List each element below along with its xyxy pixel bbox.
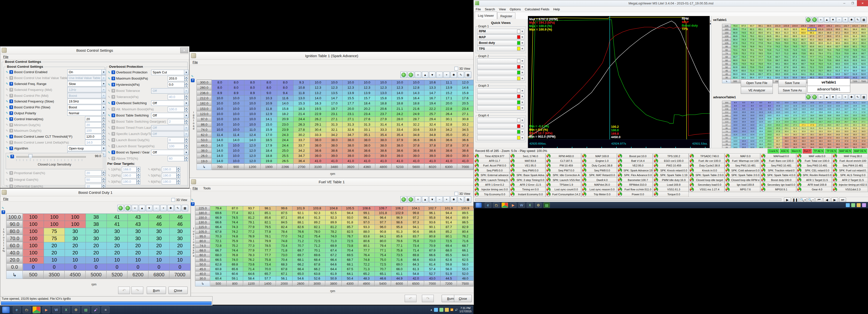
duty-cell-cell[interactable]: 75 — [44, 228, 65, 235]
ignition-cell-cell[interactable]: 10.0 — [244, 116, 261, 121]
duty-cell-cell[interactable]: 100 — [23, 256, 44, 264]
ignition-cell-axis-label[interactable]: 2266 — [277, 164, 293, 170]
ve-cell-cell[interactable]: 74.8 — [765, 48, 774, 52]
fuel-cell-cell[interactable]: 70.3 — [210, 234, 227, 239]
fuel-cell-row-label[interactable]: 105.0 — [195, 229, 210, 234]
fuel-cell-cell[interactable]: 64.1 — [342, 271, 358, 276]
duty-cell-cell[interactable]: 46 — [149, 213, 169, 221]
fuel-cell-cell[interactable]: 88.1 — [292, 220, 309, 224]
series-dropdown[interactable]: ▼ — [477, 58, 525, 64]
advance-cell-cell[interactable]: 13.9 — [851, 104, 859, 107]
shift-up-icon[interactable]: ↑ — [400, 72, 407, 78]
ve-cell-cell[interactable]: 64.6 — [748, 72, 756, 76]
chrome-icon[interactable] — [502, 203, 508, 208]
ignition-cell-cell[interactable]: 18.3 — [293, 106, 310, 111]
ignition-cell-cell[interactable]: 27.1 — [326, 116, 342, 121]
play-button[interactable]: ▶ — [784, 198, 791, 202]
chevron-down-icon[interactable]: ▼ — [520, 36, 524, 38]
ve-cell-cell[interactable]: 81.2 — [790, 38, 799, 41]
fuel-cell-cell[interactable]: 67.5 — [342, 267, 358, 271]
ve-cell-row-label[interactable]: 95 — [722, 45, 731, 48]
ignition-cell-cell[interactable]: 38.0 — [310, 143, 326, 148]
ignition-cell-row-label[interactable]: 26.0 — [197, 153, 212, 159]
advance-cell-cell[interactable]: 27.1 — [800, 124, 808, 127]
ve-cell-cell[interactable]: 79.4 — [816, 52, 825, 55]
ve-cell-cell[interactable]: 97.7 — [816, 34, 825, 38]
ignition-cell-cell[interactable]: 23.4 — [457, 106, 473, 111]
advance-cell-cell[interactable]: 8.0 — [748, 101, 756, 104]
fuel-cell-cell[interactable]: 75.8 — [259, 257, 276, 262]
advance-cell-cell[interactable]: 25.0 — [765, 143, 774, 146]
ignition-cell-cell[interactable]: 41.0 — [392, 159, 408, 164]
duty-cell-axis-label[interactable]: 6200 — [127, 271, 149, 279]
advance-cell-cell[interactable]: 10.0 — [740, 111, 748, 114]
edit-cells-icon[interactable]: ✎ — [458, 196, 464, 203]
spin-up-icon[interactable]: ▲ — [184, 76, 188, 78]
megalogviewer-icon[interactable]: ▤ — [82, 306, 90, 313]
ve-cell-cell[interactable]: 74.3 — [740, 38, 748, 41]
ve-cell-cell[interactable]: 72.1 — [731, 48, 740, 52]
ve-cell-cell[interactable]: 101.8 — [816, 28, 825, 31]
setting-select[interactable]: 19.5Hz▼ — [67, 99, 106, 104]
ve-cell-cell[interactable]: 80.0 — [816, 48, 825, 52]
volume-icon[interactable]: 🔊 — [455, 308, 458, 311]
fuel-cell-cell[interactable]: 91.8 — [342, 220, 358, 224]
ve-cell-cell[interactable]: 70.9 — [842, 52, 851, 55]
advance-cell-row-label[interactable]: 38 — [722, 143, 731, 146]
ignition-cell-cell[interactable]: 15.0 — [261, 121, 277, 127]
ve-cell-cell[interactable]: 65.6 — [740, 69, 748, 72]
fuel-cell-cell[interactable]: 72.5 — [342, 239, 358, 243]
duty-cell-cell[interactable]: 30 — [106, 228, 127, 235]
ignition-cell-cell[interactable]: 26.4 — [441, 111, 457, 116]
ve-cell-cell[interactable]: 109.7 — [816, 24, 825, 28]
fuel-cell-axis-label[interactable]: 3800 — [325, 281, 342, 286]
ignition-cell-cell[interactable]: 33.2 — [457, 121, 473, 127]
ve-cell-cell[interactable]: 65.1 — [816, 72, 825, 76]
field-cell[interactable]: Batt V:14.4 — [617, 158, 653, 163]
duty-cell-cell[interactable]: 20 — [169, 242, 190, 249]
advance-cell-cell[interactable]: 28.0 — [825, 124, 834, 127]
setting-select[interactable]: On▼ — [67, 69, 106, 75]
duty-cell-axis-label[interactable]: 500 — [23, 271, 44, 279]
ignition-cell-cell[interactable]: 36.6 — [457, 137, 473, 143]
ve-cell-cell[interactable]: 72.8 — [731, 52, 740, 55]
ve-cell-cell[interactable]: 77.1 — [816, 55, 825, 59]
ignition-cell-cell[interactable]: 24.3 — [277, 132, 293, 137]
step-forward-button[interactable]: ▶ — [831, 198, 838, 202]
advance-cell-cell[interactable]: 37.8 — [859, 139, 868, 143]
duty-cell-cell[interactable]: 30 — [169, 235, 190, 242]
ve-cell-cell[interactable]: 89.5 — [859, 28, 868, 31]
advance-cell-cell[interactable]: 10.0 — [731, 111, 740, 114]
fuel-cell-cell[interactable]: 92.1 — [292, 211, 309, 215]
fuel-cell-cell[interactable]: 72.1 — [210, 239, 227, 243]
advance-cell-cell[interactable]: 12.3 — [782, 104, 791, 107]
ve-cell-cell[interactable]: 50.4 — [799, 76, 808, 79]
advance-cell-cell[interactable]: 38.6 — [859, 143, 868, 146]
fuel-cell-cell[interactable]: 84.1 — [375, 234, 391, 239]
ve-cell-cell[interactable]: 96.0 — [816, 38, 825, 41]
ignition-cell-cell[interactable]: 38.0 — [342, 137, 359, 143]
shift-down-icon[interactable]: ↓ — [125, 205, 131, 211]
fuel-cell-cell[interactable]: 75.2 — [227, 243, 243, 248]
ignition-cell-cell[interactable]: 23.4 — [359, 111, 375, 116]
field-cell[interactable]: SPK: Cold advance:0.0 — [724, 168, 760, 173]
ve-cell-cell[interactable]: 68.3 — [765, 66, 774, 69]
fuel-cell-cell[interactable]: 87.1 — [276, 215, 292, 220]
ignition-cell-cell[interactable]: 30.2 — [293, 132, 310, 137]
ignition-cell-cell[interactable]: 14.0 — [277, 101, 293, 106]
series-dropdown[interactable]: ▼ — [477, 70, 525, 75]
fuel-cell-cell[interactable]: 72.2 — [358, 262, 375, 267]
advance-cell-cell[interactable]: 20.9 — [765, 124, 774, 127]
ve-cell-row-label[interactable]: 68 — [722, 55, 731, 59]
advance-cell-cell[interactable]: 11.8 — [756, 117, 765, 120]
ignition-cell-cell[interactable]: 38.0 — [326, 143, 342, 148]
fuel-cell-cell[interactable]: 58.0 — [457, 262, 473, 267]
chevron-down-icon[interactable]: ▼ — [520, 66, 524, 68]
ve-cell-cell[interactable]: 78.4 — [765, 41, 774, 45]
spin-up-icon[interactable]: ▲ — [102, 116, 105, 119]
media-icon[interactable]: ▶ — [42, 306, 50, 313]
advance-cell-cell[interactable]: 31.3 — [808, 127, 816, 130]
field-cell[interactable]: Injector timing pri:432.5 — [832, 182, 868, 187]
fuel-cell-cell[interactable]: 60.6 — [227, 271, 243, 276]
advance-cell-cell[interactable]: 12.0 — [859, 101, 868, 104]
